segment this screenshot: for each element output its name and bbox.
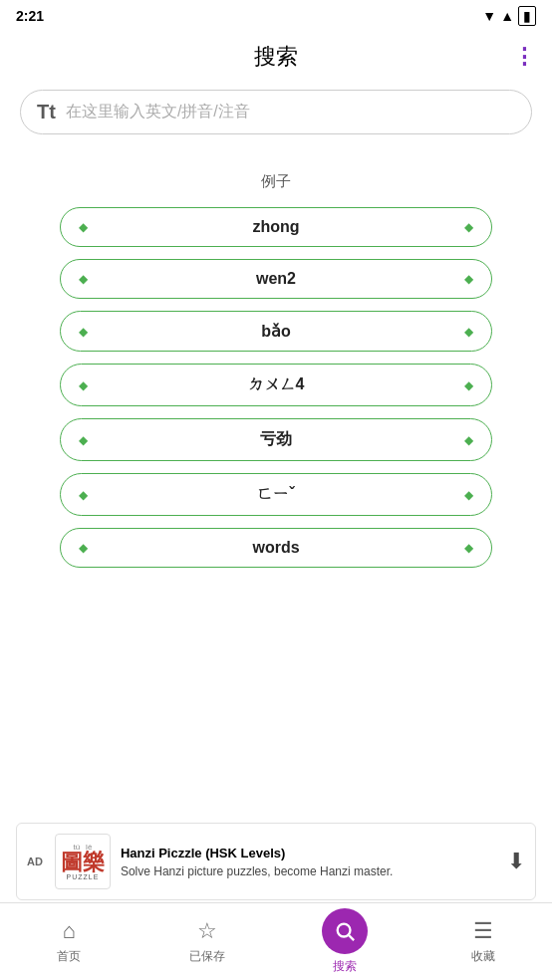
bottom-nav: ⌂ 首页 ☆ 已保存 搜索 ☰ 收藏 [0, 902, 552, 980]
right-diamond-icon: ◆ [464, 220, 473, 234]
status-bar: 2:21 ▼ ▲ ▮ [0, 0, 552, 32]
ad-label: AD [27, 856, 43, 867]
left-diamond-icon: ◆ [79, 541, 88, 555]
nav-label-home: 首页 [57, 948, 81, 965]
ad-title: Hanzi Piczzle (HSK Levels) [121, 846, 497, 860]
ad-banner: AD tú lè 圖樂 PUZZLE Hanzi Piczzle (HSK Le… [16, 823, 536, 900]
example-item-wen2[interactable]: ◆ wen2 ◆ [60, 259, 492, 299]
nav-item-favorites[interactable]: ☰ 收藏 [414, 903, 553, 980]
right-diamond-icon: ◆ [464, 272, 473, 286]
search-icon [322, 908, 368, 954]
search-placeholder: 在这里输入英文/拼音/注音 [66, 102, 250, 122]
page-title: 搜索 [254, 42, 298, 72]
examples-label: 例子 [60, 172, 492, 191]
search-bar[interactable]: Tt 在这里输入英文/拼音/注音 [20, 90, 532, 134]
example-text: bǎo [88, 322, 464, 341]
example-text: words [88, 539, 464, 557]
example-text: 亏劲 [88, 429, 464, 450]
example-text: ㄉㄨㄥ4 [88, 374, 464, 395]
right-diamond-icon: ◆ [464, 541, 473, 555]
right-diamond-icon: ◆ [464, 378, 473, 392]
example-item-words[interactable]: ◆ words ◆ [60, 528, 492, 568]
menu-button[interactable]: ⋮ [513, 44, 536, 70]
nav-label-favorites: 收藏 [471, 948, 495, 965]
ad-content: Hanzi Piczzle (HSK Levels) Solve Hanzi p… [121, 846, 497, 878]
battery-icon: ▮ [518, 6, 536, 26]
star-icon: ☆ [197, 918, 217, 944]
left-diamond-icon: ◆ [79, 378, 88, 392]
example-item-bao[interactable]: ◆ bǎo ◆ [60, 311, 492, 352]
examples-section: 例子 ◆ zhong ◆ ◆ wen2 ◆ ◆ bǎo ◆ ◆ ㄉㄨㄥ4 ◆ ◆… [0, 172, 552, 568]
right-diamond-icon: ◆ [464, 433, 473, 447]
signal-icon: ▲ [500, 8, 514, 24]
left-diamond-icon: ◆ [79, 325, 88, 339]
header: 搜索 ⋮ [0, 32, 552, 82]
example-text: zhong [88, 218, 464, 236]
example-item-chars1[interactable]: ◆ 亏劲 ◆ [60, 418, 492, 461]
nav-item-home[interactable]: ⌂ 首页 [0, 903, 138, 980]
example-item-bopomofo1[interactable]: ◆ ㄉㄨㄥ4 ◆ [60, 364, 492, 406]
nav-label-saved: 已保存 [189, 948, 225, 965]
ad-logo: tú lè 圖樂 PUZZLE [55, 834, 111, 889]
svg-line-1 [349, 935, 354, 940]
ad-download-button[interactable]: ⬇ [507, 849, 525, 874]
text-type-icon: Tt [37, 101, 56, 123]
ad-logo-bottom-text: PUZZLE [66, 873, 99, 880]
left-diamond-icon: ◆ [79, 488, 88, 502]
example-item-zhong[interactable]: ◆ zhong ◆ [60, 207, 492, 247]
nav-item-saved[interactable]: ☆ 已保存 [138, 903, 277, 980]
list-icon: ☰ [473, 918, 493, 944]
ad-description: Solve Hanzi picture puzzles, become Hanz… [121, 864, 497, 878]
right-diamond-icon: ◆ [464, 325, 473, 339]
left-diamond-icon: ◆ [79, 433, 88, 447]
left-diamond-icon: ◆ [79, 220, 88, 234]
example-text: ㄈㄧˇ [88, 484, 464, 505]
nav-item-search[interactable]: 搜索 [276, 903, 414, 980]
left-diamond-icon: ◆ [79, 272, 88, 286]
status-icons: ▼ ▲ ▮ [482, 6, 536, 26]
search-bar-container: Tt 在这里输入英文/拼音/注音 [0, 82, 552, 142]
example-text: wen2 [88, 270, 464, 288]
right-diamond-icon: ◆ [464, 488, 473, 502]
wifi-icon: ▼ [482, 8, 496, 24]
nav-label-search: 搜索 [333, 958, 357, 975]
example-item-bopomofo2[interactable]: ◆ ㄈㄧˇ ◆ [60, 473, 492, 516]
status-time: 2:21 [16, 8, 44, 24]
ad-logo-chars: 圖樂 [61, 852, 105, 873]
home-icon: ⌂ [63, 918, 76, 944]
svg-point-0 [338, 924, 351, 937]
